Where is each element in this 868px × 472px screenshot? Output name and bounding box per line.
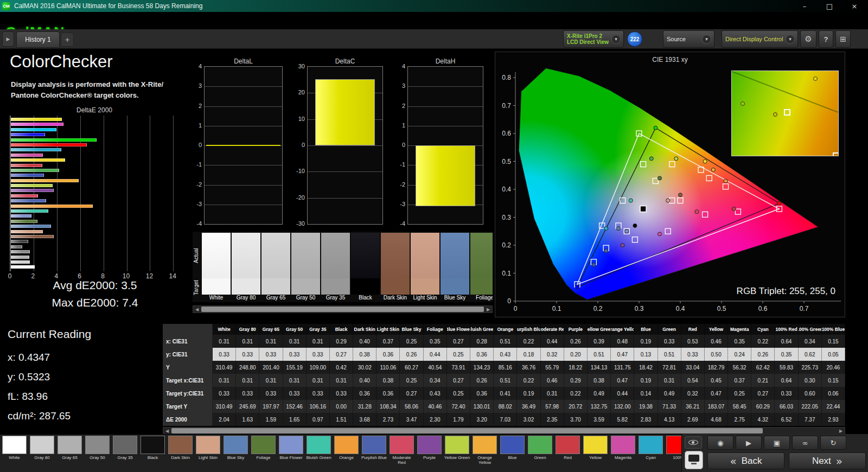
patch-button-cyan[interactable]: Cyan [637,436,664,470]
actual-swatch [261,233,290,278]
target-point [833,152,839,156]
table-cell: 0.35 [424,335,447,348]
table-cell: 0.27 [447,374,470,387]
patch-button-white[interactable]: White [1,436,28,470]
patch-button-moderate-red[interactable]: Moderate Red [388,436,415,470]
patch-button-foliage[interactable]: Foliage [250,436,277,470]
axis-tick-label: 0.3 [502,214,511,221]
patch-button-purple[interactable]: Purple [416,436,443,470]
table-cell: 0.26 [400,348,423,361]
table-cell: 310.49 [213,400,236,413]
read-button[interactable]: ◉ [707,436,733,450]
patch-button-blue[interactable]: Blue [499,436,526,470]
table-cell: 0.47 [705,387,728,400]
patch-button-red[interactable]: Red [554,436,581,470]
back-button[interactable]: « Back [707,452,784,469]
table-cell: 109.00 [307,361,330,374]
tab-history-1[interactable]: History 1 [16,31,60,48]
swatch-scrollbar[interactable]: ◀ ▶ [193,305,493,313]
deltae-bar-cyan [11,148,61,151]
table-cell: 2.73 [376,413,400,426]
table-cell: 4.13 [658,413,681,426]
table-col-header: Blue Sky [400,324,423,335]
axis-tick-label: 0.3 [635,305,644,312]
patch-button-orange-yellow[interactable]: Orange Yellow [471,436,498,470]
back-button-label: Back [742,456,762,467]
axis-tick-label: 3 [402,82,405,89]
add-tab-button[interactable]: + [61,33,74,47]
table-col-header: Orange [494,324,517,335]
table-cell: 3.20 [470,413,494,426]
patch-button-purplish-blue[interactable]: Purplish Blue [361,436,387,470]
close-button[interactable]: × [842,0,867,12]
chevron-down-icon[interactable]: ▾ [786,35,795,44]
measured-point [813,76,818,81]
patch-swatch [196,436,220,454]
table-cell: 0.42 [330,361,353,374]
current-reading-title: Current Reading [8,328,91,341]
chevron-down-icon[interactable]: ▾ [611,35,621,44]
axis-tick-label: -4 [196,220,202,227]
table-col-header: Blue [634,324,658,335]
patch-button-yellow[interactable]: Yellow [582,436,609,470]
maximize-button[interactable]: □ [817,0,842,12]
next-button[interactable]: Next » [789,452,866,469]
table-cell: 1.63 [236,413,259,426]
patch-button-gray-80[interactable]: Gray 80 [29,436,55,470]
patch-button-green[interactable]: Green [527,436,553,470]
scroll-right-icon[interactable]: ▶ [484,306,492,312]
preview-eye-button[interactable] [685,436,702,449]
current-reading-x: x: 0.4347 [8,352,50,363]
chevron-down-icon[interactable]: ▾ [702,35,711,44]
swatch-label: White [202,295,231,301]
source-dropdown[interactable]: Source ▾ [663,30,714,48]
patch-button-light-skin[interactable]: Light Skin [195,436,221,470]
patch-button-100-[interactable]: 100% [665,436,681,470]
patch-button-dark-skin[interactable]: Dark Skin [167,436,194,470]
meter-dropdown[interactable]: X-Rite i1Pro 2 LCD Direct View ▾ [563,30,624,48]
table-row-label: y: CIE31 [163,348,213,361]
table-cell: 110.06 [376,361,400,374]
patch-button-blue-sky[interactable]: Blue Sky [222,436,249,470]
patch-button-gray-35[interactable]: Gray 35 [112,436,138,470]
patch-button-bluish-green[interactable]: Bluish Green [305,436,332,470]
table-cell: 183.07 [705,400,728,413]
patch-button-magenta[interactable]: Magenta [610,436,636,470]
eye-icon [688,440,698,445]
patch-button-black[interactable]: Black [139,436,166,470]
table-cell: 36.21 [681,400,705,413]
scroll-left-icon[interactable]: ◀ [193,306,201,312]
swatch-scrollbar-thumb[interactable] [201,307,484,312]
table-cell: 36.76 [517,361,540,374]
scroll-left-icon[interactable]: ◀ [163,428,171,434]
meter-count-badge[interactable]: 222 [627,31,642,47]
continuous-loop-button[interactable]: ∞ [792,436,818,450]
patch-button-orange[interactable]: Orange [333,436,360,470]
table-cell: 197.97 [259,400,283,413]
swatch-column-gray-80: Gray 80 [232,233,260,301]
layout-panel-button[interactable]: ⊞ [835,30,851,48]
patch-button-blue-flower[interactable]: Blue Flower [278,436,304,470]
patch-button-gray-65[interactable]: Gray 65 [56,436,83,470]
play-button[interactable]: ▶ [736,436,762,450]
logo-bar: CalMAN [0,12,868,29]
help-button[interactable]: ? [819,30,833,48]
workflow-nav-button[interactable]: ▶ [2,31,14,47]
table-cell: 0.31 [307,374,330,387]
table-scrollbar-thumb[interactable] [171,428,763,433]
deltae-bar-moderate-red [11,194,38,197]
frame-button[interactable]: ▣ [764,436,790,450]
minimize-button[interactable]: – [792,0,817,12]
patch-button-yellow-green[interactable]: Yellow Green [444,436,470,470]
display-preview-button[interactable] [685,451,703,469]
target-swatch [441,278,469,295]
swatch-label: Black [351,295,380,301]
display-control-dropdown[interactable]: Direct Display Control ▾ [722,30,798,48]
axis-tick-label: 0.5 [717,305,726,312]
selected-point-marker [640,206,646,212]
scroll-right-icon[interactable]: ▶ [837,428,845,434]
table-scrollbar[interactable]: ◀ ▶ [163,427,845,435]
settings-gear-button[interactable]: ⚙ [800,30,816,48]
patch-button-gray-50[interactable]: Gray 50 [84,436,111,470]
refresh-button[interactable]: ↻ [820,436,846,450]
